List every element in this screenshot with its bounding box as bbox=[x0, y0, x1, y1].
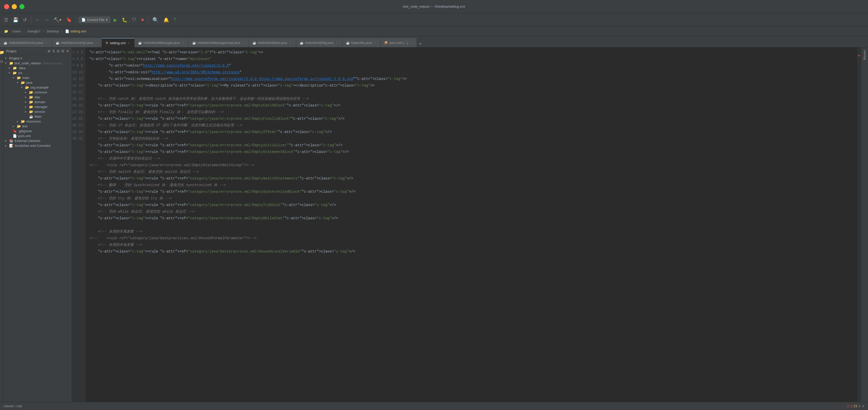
tree-main-folder[interactable]: ▾ 📂 main bbox=[4, 75, 72, 80]
tab-setting-xml[interactable]: ⚙ setting.xml × bbox=[102, 38, 134, 47]
navigate-back-button[interactable]: ← bbox=[34, 16, 41, 24]
project-collapse-icon[interactable]: ⊟ bbox=[57, 49, 60, 53]
tab-close-icon2[interactable]: × bbox=[94, 41, 98, 45]
tree-service-folder[interactable]: ▸ 📂 service bbox=[4, 109, 72, 114]
tab-dateUtils[interactable]: ☕ DateUtils.java × bbox=[342, 38, 381, 47]
tree-test-label: test bbox=[22, 124, 28, 128]
breadcrumb-desktop[interactable]: Desktop bbox=[45, 29, 61, 34]
bookmark-button[interactable]: 🔖 bbox=[65, 16, 73, 24]
notification-button[interactable]: 🔔 bbox=[162, 16, 170, 24]
tree-idea-folder[interactable]: ▸ 📁 .idea bbox=[4, 66, 72, 70]
maximize-button[interactable] bbox=[20, 4, 25, 9]
project-settings-icon[interactable]: ⚙ bbox=[61, 49, 65, 53]
tab-icon-java2: ☕ bbox=[56, 41, 60, 45]
tree-resources-arrow: ▸ bbox=[17, 120, 20, 123]
tree-idea-arrow: ▸ bbox=[9, 66, 12, 70]
tab-label6: HelloWorldObj.java bbox=[305, 41, 333, 45]
tree-main-java[interactable]: ▸ ☕ Main bbox=[4, 114, 72, 119]
tab-close-icon[interactable]: × bbox=[45, 41, 48, 45]
tab-helloWorldManagerImpl[interactable]: ☕ HelloWorldManagerImpl.java × bbox=[189, 38, 249, 47]
src-folder-icon: 📂 bbox=[13, 71, 17, 75]
sync-button[interactable]: ↺ bbox=[22, 16, 28, 24]
tree-pom-xml[interactable]: ▸ 📄 pom.xml bbox=[4, 133, 72, 138]
dao-folder-icon: 📂 bbox=[29, 95, 33, 99]
separator-3 bbox=[148, 16, 148, 24]
tab-pom-xml[interactable]: 📦 pom.xml (...) × bbox=[381, 38, 417, 47]
tree-src-folder[interactable]: ▾ 📂 src bbox=[4, 70, 72, 75]
tree-scratches-label: Scratches and Consoles bbox=[14, 144, 51, 148]
project-sort-icon[interactable]: ⇅ bbox=[52, 49, 55, 53]
tree-dao-label: dao bbox=[34, 95, 40, 99]
project-menu-button[interactable]: ☰ bbox=[3, 16, 10, 24]
tree-domain-folder[interactable]: ▸ 📂 domain bbox=[4, 100, 72, 104]
code-content[interactable]: "c-attr">class="c-xml-decl"><?xml "c-att… bbox=[85, 48, 857, 402]
idea-folder-icon: 📁 bbox=[13, 66, 17, 70]
close-button[interactable] bbox=[4, 4, 9, 9]
project-hide-icon[interactable]: ✕ bbox=[66, 49, 69, 53]
window-title: test_code_reduce – ~/Desktop/setting.xml bbox=[403, 5, 465, 8]
tree-ext-label: External Libraries bbox=[14, 139, 40, 143]
db-browser-icon[interactable]: 🗃 bbox=[0, 60, 4, 63]
run-config-dropdown[interactable]: 📄 Current File ▾ bbox=[79, 17, 111, 23]
run-config-chevron-icon: ▾ bbox=[106, 18, 108, 22]
chevron-up-icon[interactable]: ∧ bbox=[858, 404, 861, 408]
tree-java-folder[interactable]: ▾ 📂 java bbox=[4, 80, 72, 85]
tree-manager-arrow: ▸ bbox=[25, 105, 28, 108]
code-editor: 1 2 3 4 5 6 7 8 9 10 11 12 13 14 15 16 1… bbox=[72, 48, 861, 402]
status-errors[interactable]: ⚠ 2 23 ∧ ∨ bbox=[846, 404, 864, 408]
tree-src-arrow: ▾ bbox=[9, 71, 12, 74]
tree-root-path: ~/IdeaProjects/t... bbox=[42, 62, 64, 65]
tree-common-folder[interactable]: ▸ 📂 common bbox=[4, 90, 72, 95]
breadcrumb-users[interactable]: Users bbox=[11, 29, 23, 34]
maven-panel-label[interactable]: Maven bbox=[863, 50, 866, 60]
breadcrumb-file[interactable]: 📄 setting.xml bbox=[64, 29, 88, 34]
build-dropdown-button[interactable]: 🔨▾ bbox=[52, 16, 63, 24]
titlebar: test_code_reduce – ~/Desktop/setting.xml bbox=[0, 0, 868, 13]
breadcrumb-zhanglu7[interactable]: zhanglu7 bbox=[26, 29, 42, 34]
tree-resources-folder[interactable]: ▸ 📂 resources bbox=[4, 119, 72, 124]
help-button[interactable]: ? bbox=[172, 16, 178, 24]
separator-2 bbox=[76, 16, 76, 24]
main-folder-icon: 📂 bbox=[17, 76, 21, 80]
project-add-icon[interactable]: ⊕ bbox=[48, 49, 51, 53]
tab-close-icon4[interactable]: × bbox=[242, 41, 245, 45]
coverage-button[interactable]: 🛡 bbox=[130, 16, 138, 24]
tree-label: Project bbox=[9, 56, 20, 60]
tree-dao-folder[interactable]: ▸ 📂 dao bbox=[4, 95, 72, 100]
tree-main-arrow: ▾ bbox=[13, 76, 16, 80]
tab-label5: HelloWorldDao.java bbox=[258, 41, 287, 45]
stop-button[interactable]: ■ bbox=[140, 16, 146, 24]
debug-button[interactable]: 🐛 bbox=[120, 16, 129, 24]
tree-scratches[interactable]: ▸ 📝 Scratches and Consoles bbox=[4, 143, 72, 148]
tab-close-icon8[interactable]: × bbox=[409, 41, 413, 45]
tree-org-example-folder[interactable]: ▾ 📂 org.example bbox=[4, 85, 72, 90]
search-everywhere-button[interactable]: 🔍 bbox=[151, 16, 160, 24]
tab-helloWorldManager[interactable]: ☕ HelloWorldManager.java × bbox=[134, 38, 188, 47]
tab-helloWorldObj[interactable]: ☕ HelloWorldObj.java × bbox=[296, 38, 342, 47]
tab-helloServiceImpl[interactable]: ☕ HelloServiceImpl.java × bbox=[52, 38, 102, 47]
tree-gitignore[interactable]: ▸ 🔖 .gitignore bbox=[4, 129, 72, 133]
tab-close-icon5[interactable]: × bbox=[289, 41, 292, 45]
run-button[interactable]: ▶ bbox=[112, 16, 119, 24]
tab-close-icon3[interactable]: × bbox=[181, 41, 185, 45]
tab-helloWorldService[interactable]: ☕ HelloWorldService.java × bbox=[0, 38, 52, 47]
tree-project-selector[interactable]: ▾ Project ▾ bbox=[4, 56, 72, 61]
tab-close-active-icon[interactable]: × bbox=[127, 41, 131, 45]
tab-close-icon7[interactable]: × bbox=[373, 41, 377, 45]
project-header-actions: ⊕ ⇅ ⊟ ⚙ ✕ bbox=[48, 49, 69, 53]
minimize-button[interactable] bbox=[12, 4, 17, 9]
tree-test-folder[interactable]: ▸ 📂 test bbox=[4, 124, 72, 129]
tree-ext-libraries[interactable]: ▸ 📚 External Libraries bbox=[4, 138, 72, 143]
tree-manager-folder[interactable]: ▸ 📂 manager bbox=[4, 104, 72, 109]
manager-folder-icon: 📂 bbox=[29, 105, 33, 109]
tree-java-label: java bbox=[26, 81, 32, 85]
chevron-down-icon[interactable]: ∨ bbox=[862, 404, 864, 408]
tree-root-project[interactable]: ▾ 📁 test_code_reduce ~/IdeaProjects/t... bbox=[4, 61, 72, 66]
resources-folder-icon: 📂 bbox=[21, 120, 25, 123]
more-tabs-button[interactable]: ▾ bbox=[417, 40, 424, 47]
java-folder-icon: 📂 bbox=[21, 81, 25, 85]
tab-helloWorldDao[interactable]: ☕ HelloWorldDao.java × bbox=[249, 38, 296, 47]
save-button[interactable]: 💾 bbox=[11, 16, 20, 24]
navigate-forward-button[interactable]: → bbox=[43, 16, 51, 24]
tab-close-icon6[interactable]: × bbox=[335, 41, 339, 45]
